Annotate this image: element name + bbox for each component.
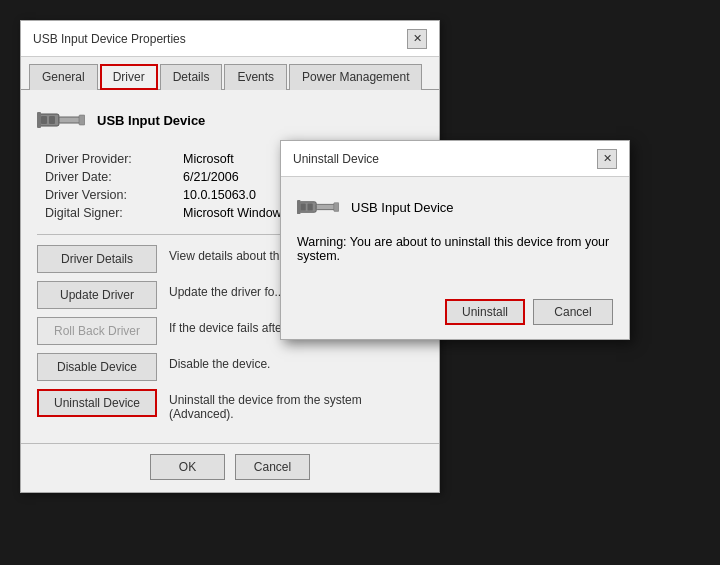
device-header: USB Input Device	[37, 104, 423, 136]
dialog-title: Uninstall Device	[293, 152, 379, 166]
svg-rect-10	[297, 200, 301, 214]
tab-driver[interactable]: Driver	[100, 64, 158, 90]
dialog-close-button[interactable]: ✕	[597, 149, 617, 169]
dialog-content: USB Input Device Warning: You are about …	[281, 177, 629, 291]
dialog-device-name: USB Input Device	[351, 200, 454, 215]
uninstall-button[interactable]: Uninstall	[445, 299, 525, 325]
roll-back-driver-button: Roll Back Driver	[37, 317, 157, 345]
info-label: Driver Provider:	[45, 152, 175, 166]
disable-device-button[interactable]: Disable Device	[37, 353, 157, 381]
tab-general[interactable]: General	[29, 64, 98, 90]
usb-device-icon	[37, 104, 85, 136]
info-label: Driver Version:	[45, 188, 175, 202]
title-bar-controls: ✕	[407, 29, 427, 49]
main-footer: OK Cancel	[21, 443, 439, 492]
cancel-button[interactable]: Cancel	[235, 454, 310, 480]
ok-button[interactable]: OK	[150, 454, 225, 480]
btn-description: Disable the device.	[169, 353, 423, 371]
update-driver-button[interactable]: Update Driver	[37, 281, 157, 309]
svg-rect-3	[49, 116, 55, 124]
dialog-cancel-button[interactable]: Cancel	[533, 299, 613, 325]
info-label: Driver Date:	[45, 170, 175, 184]
svg-rect-4	[37, 112, 41, 128]
main-window-title: USB Input Device Properties	[33, 32, 186, 46]
svg-rect-8	[301, 204, 306, 211]
dialog-device-row: USB Input Device	[297, 193, 613, 221]
btn-description: Uninstall the device from the system (Ad…	[169, 389, 423, 421]
title-bar: USB Input Device Properties ✕	[21, 21, 439, 57]
dialog-warning-text: Warning: You are about to uninstall this…	[297, 235, 613, 263]
tab-bar: GeneralDriverDetailsEventsPower Manageme…	[21, 57, 439, 90]
driver-details-button[interactable]: Driver Details	[37, 245, 157, 273]
dialog-title-bar: Uninstall Device ✕	[281, 141, 629, 177]
uninstall-device-button[interactable]: Uninstall Device	[37, 389, 157, 417]
dialog-footer: Uninstall Cancel	[281, 291, 629, 339]
close-button[interactable]: ✕	[407, 29, 427, 49]
svg-rect-2	[41, 116, 47, 124]
svg-rect-9	[308, 204, 313, 211]
info-label: Digital Signer:	[45, 206, 175, 220]
device-name-label: USB Input Device	[97, 113, 205, 128]
svg-rect-5	[79, 115, 85, 125]
btn-row-disable-device: Disable DeviceDisable the device.	[37, 353, 423, 381]
svg-rect-11	[334, 203, 339, 212]
tab-power-management[interactable]: Power Management	[289, 64, 422, 90]
uninstall-dialog: Uninstall Device ✕ USB Input Device Warn…	[280, 140, 630, 340]
btn-row-uninstall-device: Uninstall DeviceUninstall the device fro…	[37, 389, 423, 421]
tab-events[interactable]: Events	[224, 64, 287, 90]
dialog-usb-icon	[297, 193, 339, 221]
tab-details[interactable]: Details	[160, 64, 223, 90]
